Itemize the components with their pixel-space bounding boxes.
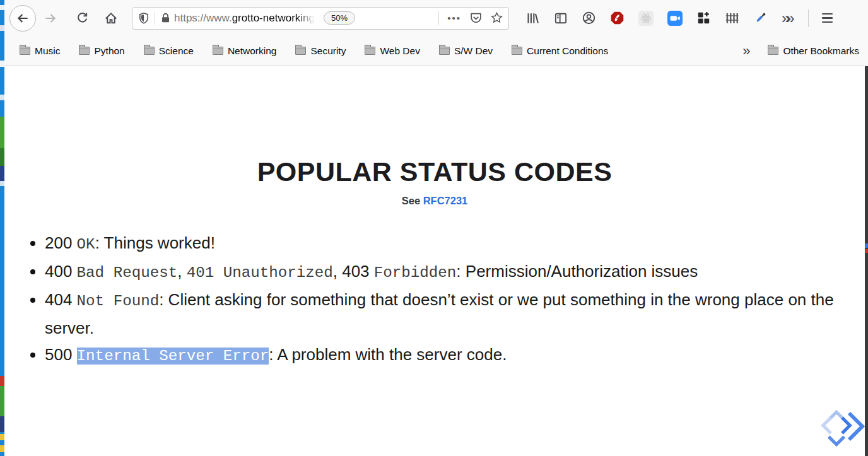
overflow-chevrons-icon-2: » (786, 11, 794, 26)
adblock-octagon-icon (610, 11, 625, 25)
reload-button[interactable] (70, 6, 94, 30)
pager-next-button[interactable] (844, 409, 868, 443)
account-button[interactable] (582, 11, 596, 25)
extension-squares-button[interactable] (696, 11, 711, 25)
chevron-left-icon (823, 418, 831, 433)
list-item-404: 404 Not Found: Client asking for somethi… (45, 286, 855, 341)
bookmark-folder-sw-dev[interactable]: S/W Dev (439, 45, 493, 57)
code-401-unauthorized: 401 Unauthorized (187, 264, 333, 281)
folder-icon (144, 47, 155, 55)
bookmark-star-icon[interactable] (490, 11, 503, 25)
code-403-forbidden: Forbidden (374, 264, 457, 281)
reload-icon (76, 11, 89, 25)
list-item-200: 200 OK: Things worked! (45, 230, 855, 258)
zoom-video-icon (667, 11, 683, 26)
rfc7231-link[interactable]: RFC7231 (423, 195, 468, 206)
folder-icon (213, 47, 223, 55)
pocket-icon[interactable] (469, 11, 483, 25)
code-400-bad-request: Bad Request (77, 264, 178, 281)
react-devtools-atom-icon (638, 11, 654, 26)
library-button[interactable] (526, 11, 540, 25)
list-item-500: 500 Internal Server Error: A problem wit… (45, 341, 855, 370)
fence-icon (725, 11, 739, 25)
other-bookmarks-folder[interactable]: Other Bookmarks (768, 45, 859, 57)
next-chevron-icon (849, 413, 862, 440)
lock-icon[interactable] (160, 12, 172, 24)
react-devtools-button[interactable] (638, 11, 654, 26)
code-500-internal-server-error-selected: Internal Server Error (77, 348, 269, 365)
back-arrow-icon (16, 11, 30, 25)
toolbar-separator (808, 9, 809, 27)
bookmark-folder-python[interactable]: Python (79, 45, 124, 57)
toolbar-overflow-button[interactable]: »» (782, 11, 795, 26)
bookmark-folder-music[interactable]: Music (20, 45, 60, 57)
folder-icon (20, 47, 30, 55)
forward-button[interactable] (38, 6, 62, 30)
subtitle: See RFC7231 (4, 195, 865, 207)
forward-arrow-icon (44, 11, 57, 25)
status-code-list: 200 OK: Things worked! 400 Bad Request, … (4, 230, 865, 370)
color-picker-button[interactable] (753, 11, 768, 25)
list-item-400: 400 Bad Request, 401 Unauthorized, 403 F… (45, 258, 855, 286)
url-text[interactable]: https://www.grotto-networking (174, 12, 315, 25)
menu-hamburger-icon (822, 13, 833, 15)
toolbar-icons: »» (519, 9, 840, 27)
sidebar-toggle-icon (554, 11, 568, 25)
home-button[interactable] (99, 6, 123, 30)
chevron-down-icon (829, 436, 845, 444)
adblock-extension-button[interactable] (610, 11, 625, 25)
back-button[interactable] (9, 5, 36, 32)
folder-icon (768, 47, 778, 55)
library-icon (526, 11, 540, 25)
bookmark-folder-networking[interactable]: Networking (213, 45, 277, 57)
bookmarks-bar: Music Python Science Networking Security… (4, 36, 868, 66)
screen: https://www.grotto-networking 50% ••• (0, 0, 868, 456)
home-icon (104, 11, 118, 25)
page-zoom-badge[interactable]: 50% (324, 11, 355, 25)
code-404-not-found: Not Found (77, 293, 160, 310)
desktop-edge-right (865, 66, 868, 456)
url-scheme: https://www. (174, 12, 232, 24)
extension-squares-plus-icon (696, 11, 711, 25)
desktop-edge-left (0, 0, 4, 456)
url-domain: grotto-networking (232, 12, 315, 25)
urlbar-separator (155, 11, 155, 25)
account-profile-icon (582, 11, 596, 25)
menu-button[interactable] (822, 13, 833, 23)
folder-icon (365, 47, 375, 55)
browser-toolbar: https://www.grotto-networking 50% ••• (4, 0, 868, 36)
sidebar-toggle-button[interactable] (554, 11, 568, 25)
fence-extension-button[interactable] (725, 11, 739, 25)
bookmark-folder-security[interactable]: Security (295, 45, 346, 57)
bookmark-folder-science[interactable]: Science (144, 45, 194, 57)
folder-icon (79, 47, 90, 55)
bookmark-folder-current-conditions[interactable]: Current Conditions (512, 45, 608, 57)
page-actions-dots-icon[interactable]: ••• (447, 13, 461, 23)
folder-icon (295, 47, 306, 55)
page-title: POPULAR STATUS CODES (4, 156, 865, 187)
code-200-ok: OK (77, 236, 95, 253)
folder-icon (439, 47, 450, 55)
url-bar[interactable]: https://www.grotto-networking 50% ••• (132, 7, 509, 30)
folder-icon (512, 47, 522, 55)
tracking-protection-shield-icon[interactable] (138, 12, 150, 25)
page-content: POPULAR STATUS CODES See RFC7231 200 OK:… (4, 67, 865, 456)
urlbar-separator-2 (438, 11, 439, 25)
bookmark-folder-web-dev[interactable]: Web Dev (365, 45, 419, 57)
color-picker-eyedropper-icon (753, 11, 768, 25)
bookmarks-overflow-chevron-icon[interactable]: » (742, 43, 750, 59)
zoom-meeting-button[interactable] (667, 11, 683, 26)
